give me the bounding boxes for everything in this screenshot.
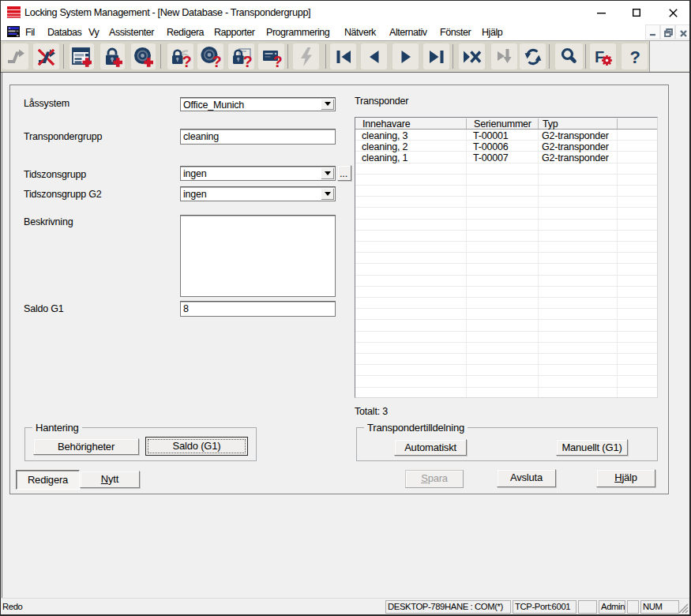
svg-text:?: ? [272,53,282,68]
svg-text:?: ? [242,53,252,68]
svg-text:?: ? [182,53,191,68]
svg-text:?: ? [212,53,221,68]
svg-text:F: F [595,48,604,66]
svg-text:?: ? [629,47,640,67]
